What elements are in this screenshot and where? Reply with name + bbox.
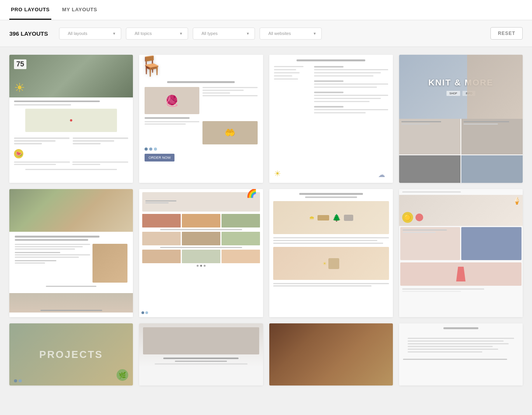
layout-card[interactable]: PROJECTS 🌿 [9,323,133,385]
card-mockup-gifts: 🌧 🌲 ☀ [269,189,393,317]
filter-layouts[interactable]: All layouts ▾ [59,28,121,40]
grid-photo [222,214,260,227]
layout-card[interactable]: ☀ ☁ [269,55,393,183]
card-preview: 🌈 [139,189,263,317]
product-bottom [399,261,523,287]
layout-card[interactable] [269,323,393,385]
text-line [15,246,83,247]
text-line [273,243,383,244]
text-line [15,254,90,255]
layout-card[interactable]: 🪑 🧶 [139,55,263,183]
card-mockup-store: 75 ☀ [9,55,133,183]
color-dot [145,148,148,151]
rainbow-icon: 🌈 [246,189,257,198]
baby-suit-photo [143,327,259,354]
filter-layouts-label: All layouts [68,31,87,36]
header-tabs: PRO LAYOUTS MY LAYOUTS [0,0,532,20]
card-preview [269,323,393,385]
layout-card[interactable]: 🌧 🌲 ☀ [269,189,393,317]
projects-title: PROJECTS [39,349,103,361]
cta-btn-1: SHOP [447,91,460,96]
card-mockup-family [9,189,133,317]
product-image [399,119,460,155]
circle-decoration: 🟡 [402,212,413,223]
layout-card[interactable] [139,323,263,385]
chevron-down-icon-3: ▾ [247,31,249,36]
grid-photo [182,232,220,245]
card-top-image: 🪑 [139,55,263,77]
card-mockup-knitwear: 🪑 🧶 [139,55,263,183]
gifts-hero-image: 🌧 🌲 [273,201,389,234]
overlay [269,323,393,385]
ice-cream-icon: 🍦 [513,196,521,205]
text-line [202,95,257,96]
faq-content [314,66,388,117]
text-line [314,101,370,102]
text-line [14,101,100,102]
card-preview: ☀ ☁ [269,55,393,183]
layout-card[interactable]: 🍦 🟡 [399,189,523,317]
text-line [202,92,230,94]
sun-bottom-icon: ☀ [274,169,281,178]
store-number: 75 [14,59,26,69]
filter-topics[interactable]: All topics ▾ [126,28,188,40]
grid-photo [222,232,260,245]
title-line [299,193,363,195]
card-mockup-blog: 🌈 [139,189,263,317]
card-preview: 🪑 🧶 [139,55,263,183]
filter-websites[interactable]: All websites ▾ [260,28,322,40]
color-dot [154,148,157,151]
tab-my-layouts[interactable]: MY LAYOUTS [61,0,99,20]
yarn-image: 🧶 [145,87,199,114]
menu-line [408,346,493,347]
text-line [15,252,60,253]
toy-box [317,215,329,221]
faq-title-line [297,59,365,61]
text-line [160,247,242,248]
menu-line [403,359,507,360]
toy-block [328,258,339,269]
layout-card[interactable] [9,189,133,317]
text-line [314,109,388,110]
text-line [14,161,70,163]
menu-line [408,338,514,339]
menu-line [408,343,509,344]
text-line [15,257,79,258]
text-line [72,164,100,165]
sun-toy-icon: ☀ [323,261,327,266]
filter-types[interactable]: All types ▾ [193,28,255,40]
hero-section: KNIT & MORE SHOP INFO [399,55,523,119]
blog-grid-row-1 [142,214,260,227]
text-line [15,244,90,245]
watermelon-icon: 🍉 [14,149,23,158]
card-mockup-faq: ☀ ☁ [269,55,393,183]
menu-line [408,349,498,350]
layout-card[interactable] [399,323,523,385]
card-content [9,232,133,293]
card-header [399,189,523,195]
title-line [163,358,239,359]
map-marker-icon [70,119,72,122]
text-line [72,161,128,163]
grid-photo [142,214,181,227]
text-line [273,240,377,241]
blog-tag [145,200,176,203]
title-line-2 [175,361,227,362]
product-image [461,119,523,155]
layout-card[interactable]: 🌈 [139,189,263,317]
grid-photo [142,232,181,245]
dot [14,379,17,382]
layout-card[interactable]: 75 ☀ [9,55,133,183]
text-line [402,291,461,292]
tab-pro-layouts[interactable]: PRO LAYOUTS [9,0,51,20]
dress-photo [400,262,522,286]
card-mockup-fashion: 🍦 🟡 [399,189,523,317]
text-line [401,121,441,122]
faq-section [314,66,388,76]
text-line [15,248,75,250]
text-line [145,121,199,122]
reset-button[interactable]: RESET [490,27,523,40]
menu-line [408,351,482,352]
footer-text-line [40,310,102,311]
layout-card[interactable]: KNIT & MORE SHOP INFO [399,55,523,183]
